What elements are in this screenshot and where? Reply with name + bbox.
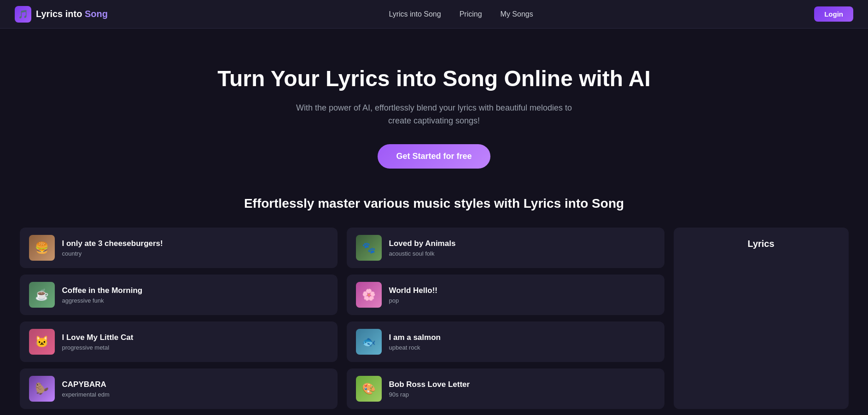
- song-card-hello[interactable]: 🌸World Hello!!pop: [347, 275, 664, 315]
- song-thumb-coffee: ☕: [29, 282, 55, 308]
- main-nav: Lyrics into Song Pricing My Songs: [389, 10, 533, 18]
- nav-my-songs[interactable]: My Songs: [501, 10, 533, 18]
- song-title-hello: World Hello!!: [389, 286, 437, 295]
- hero-subtitle: With the power of AI, effortlessly blend…: [296, 101, 572, 128]
- hero-title: Turn Your Lyrics into Song Online with A…: [9, 65, 859, 92]
- song-card-salmon[interactable]: 🐟I am a salmonupbeat rock: [347, 321, 664, 362]
- song-info-coffee: Coffee in the Morningaggressive funk: [62, 286, 143, 304]
- song-genre-bobross: 90s rap: [389, 391, 470, 398]
- lyrics-panel-title: Lyrics: [685, 239, 838, 249]
- song-genre-capybara: experimental edm: [62, 391, 110, 398]
- song-info-cat: I Love My Little Catprogressive metal: [62, 333, 134, 351]
- song-genre-cheeseburgers: country: [62, 250, 163, 257]
- song-thumb-cheeseburgers: 🍔: [29, 235, 55, 261]
- song-title-bobross: Bob Ross Love Letter: [389, 380, 470, 389]
- lyrics-panel: Lyrics: [674, 228, 849, 409]
- song-info-capybara: CAPYBARAexperimental edm: [62, 380, 110, 398]
- song-genre-cat: progressive metal: [62, 344, 134, 351]
- song-thumb-salmon: 🐟: [356, 329, 382, 355]
- song-title-capybara: CAPYBARA: [62, 380, 110, 389]
- song-info-salmon: I am a salmonupbeat rock: [389, 333, 441, 351]
- nav-lyrics-song[interactable]: Lyrics into Song: [389, 10, 441, 18]
- song-title-cat: I Love My Little Cat: [62, 333, 134, 342]
- login-button[interactable]: Login: [814, 6, 853, 22]
- song-card-cheeseburgers[interactable]: 🍔I only ate 3 cheeseburgers!country: [20, 228, 338, 268]
- song-card-capybara[interactable]: 🦫CAPYBARAexperimental edm: [20, 368, 338, 409]
- songs-grid: 🍔I only ate 3 cheeseburgers!country☕Coff…: [20, 228, 849, 409]
- song-thumb-capybara: 🦫: [29, 376, 55, 402]
- song-thumb-hello: 🌸: [356, 282, 382, 308]
- header: 🎵 Lyrics into Song Lyrics into Song Pric…: [0, 0, 868, 29]
- song-genre-animals: acoustic soul folk: [389, 250, 456, 257]
- hero-section: Turn Your Lyrics into Song Online with A…: [0, 29, 868, 196]
- section-title: Effortlessly master various music styles…: [18, 196, 850, 211]
- song-thumb-animals: 🐾: [356, 235, 382, 261]
- nav-pricing[interactable]: Pricing: [460, 10, 482, 18]
- get-started-button[interactable]: Get Started for free: [378, 144, 490, 169]
- song-title-cheeseburgers: I only ate 3 cheeseburgers!: [62, 239, 163, 248]
- song-info-hello: World Hello!!pop: [389, 286, 437, 304]
- songs-section: Effortlessly master various music styles…: [0, 196, 868, 415]
- logo-icon: 🎵: [15, 6, 31, 23]
- song-card-cat[interactable]: 🐱I Love My Little Catprogressive metal: [20, 321, 338, 362]
- song-info-cheeseburgers: I only ate 3 cheeseburgers!country: [62, 239, 163, 257]
- logo[interactable]: 🎵 Lyrics into Song: [15, 6, 108, 23]
- song-card-coffee[interactable]: ☕Coffee in the Morningaggressive funk: [20, 275, 338, 315]
- song-card-bobross[interactable]: 🎨Bob Ross Love Letter90s rap: [347, 368, 664, 409]
- song-thumb-cat: 🐱: [29, 329, 55, 355]
- song-title-salmon: I am a salmon: [389, 333, 441, 342]
- left-column: 🍔I only ate 3 cheeseburgers!country☕Coff…: [20, 228, 338, 409]
- mid-column: 🐾Loved by Animalsacoustic soul folk🌸Worl…: [347, 228, 664, 409]
- song-genre-coffee: aggressive funk: [62, 297, 143, 304]
- song-thumb-bobross: 🎨: [356, 376, 382, 402]
- song-genre-hello: pop: [389, 297, 437, 304]
- song-title-animals: Loved by Animals: [389, 239, 456, 248]
- song-genre-salmon: upbeat rock: [389, 344, 441, 351]
- song-info-bobross: Bob Ross Love Letter90s rap: [389, 380, 470, 398]
- lyrics-content: [685, 257, 838, 398]
- logo-text: Lyrics into Song: [36, 9, 108, 19]
- song-card-animals[interactable]: 🐾Loved by Animalsacoustic soul folk: [347, 228, 664, 268]
- song-title-coffee: Coffee in the Morning: [62, 286, 143, 295]
- song-info-animals: Loved by Animalsacoustic soul folk: [389, 239, 456, 257]
